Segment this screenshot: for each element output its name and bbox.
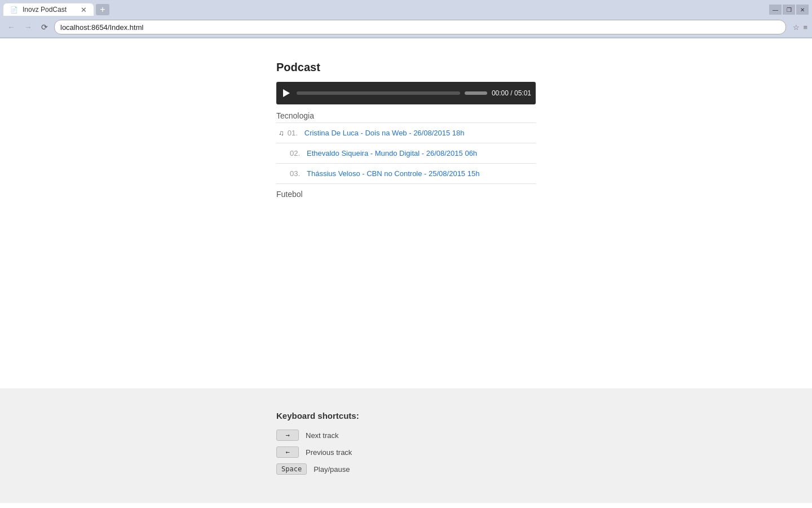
volume-slider[interactable] [465,91,487,95]
track-number: 03. [290,169,303,178]
track-title: Cristina De Luca - Dois na Web - 26/08/2… [304,129,465,137]
track-item[interactable]: 03. Thássius Veloso - CBN no Controle - … [276,164,536,184]
track-number: 02. [290,149,303,157]
title-bar: 📄 Inovz PodCast ✕ + — ❒ ✕ [0,0,812,17]
address-text: localhost:8654/Index.html [60,23,143,32]
address-bar-row: ← → ⟳ localhost:8654/Index.html ☆ ≡ [0,17,812,37]
address-right-icons: ☆ ≡ [793,23,807,32]
window-controls: — ❒ ✕ [769,5,809,15]
menu-icon[interactable]: ≡ [803,23,807,32]
previous-track-label: Previous track [306,448,352,457]
tab-close-button[interactable]: ✕ [81,6,87,14]
refresh-button[interactable]: ⟳ [38,21,51,33]
track-item[interactable]: ♫ 01. Cristina De Luca - Dois na Web - 2… [276,123,536,143]
next-track-label: Next track [306,431,339,440]
tab-title: Inovz PodCast [23,6,67,14]
page-content: Podcast 00:00 / 05:01 Tecnologia ♫ 01. C… [0,38,812,388]
play-button[interactable] [281,87,292,99]
shortcuts-container: Keyboard shortcuts: → Next track ← Previ… [276,411,536,480]
music-note-icon: ♫ [279,129,284,137]
forward-button[interactable]: → [21,20,35,34]
shortcuts-title: Keyboard shortcuts: [276,411,536,421]
back-button[interactable]: ← [5,20,18,34]
key-space: Space [276,463,307,475]
maximize-button[interactable]: ❒ [783,5,795,15]
browser-tab[interactable]: 📄 Inovz PodCast ✕ [3,3,94,16]
track-number: 01. [288,129,301,137]
track-list-tecnologia: ♫ 01. Cristina De Luca - Dois na Web - 2… [276,122,536,184]
shortcut-next-track: → Next track [276,430,536,441]
key-arrow-right: → [276,430,299,441]
play-pause-label: Play/pause [314,465,350,474]
page-footer: Keyboard shortcuts: → Next track ← Previ… [0,388,812,503]
browser-chrome: 📄 Inovz PodCast ✕ + — ❒ ✕ ← → ⟳ localhos… [0,0,812,38]
close-button[interactable]: ✕ [796,5,809,15]
key-arrow-left: ← [276,446,299,458]
new-tab-button[interactable]: + [96,4,109,15]
shortcut-previous-track: ← Previous track [276,446,536,458]
main-container: Podcast 00:00 / 05:01 Tecnologia ♫ 01. C… [276,61,536,366]
progress-bar[interactable] [297,91,460,95]
time-display: 00:00 / 05:01 [492,89,531,97]
address-bar[interactable]: localhost:8654/Index.html [54,20,786,34]
track-item[interactable]: 02. Ethevaldo Siqueira - Mundo Digital -… [276,143,536,164]
categories-list: Tecnologia ♫ 01. Cristina De Luca - Dois… [276,107,536,201]
track-title: Thássius Veloso - CBN no Controle - 25/0… [307,169,479,178]
category-futebol: Futebol [276,184,536,201]
category-tecnologia: Tecnologia [276,107,536,122]
tab-favicon: 📄 [10,6,18,14]
shortcut-play-pause: Space Play/pause [276,463,536,475]
minimize-button[interactable]: — [769,5,782,15]
audio-player: 00:00 / 05:01 [276,82,536,104]
bookmark-icon[interactable]: ☆ [793,23,800,32]
track-title: Ethevaldo Siqueira - Mundo Digital - 26/… [307,149,477,157]
page-title: Podcast [276,61,536,74]
